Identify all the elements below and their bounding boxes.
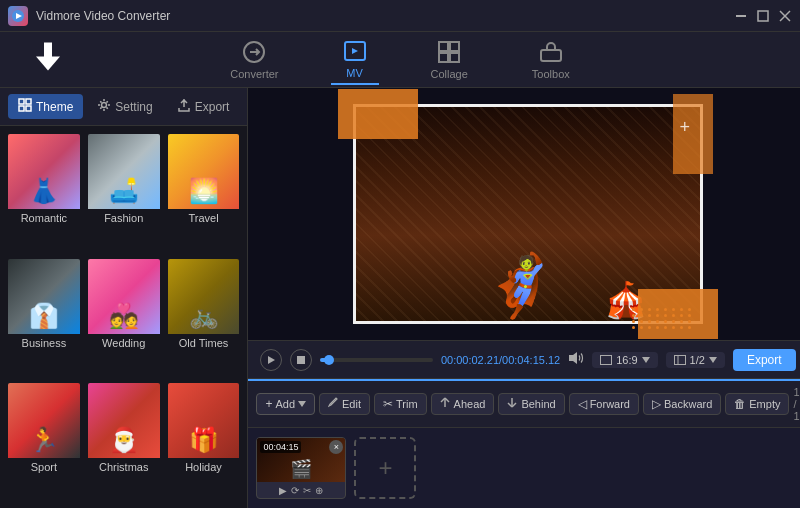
svg-rect-18: [26, 106, 31, 111]
svg-rect-3: [758, 11, 768, 21]
trim-icon: ✂: [383, 397, 393, 411]
time-display: 00:00:02.21/00:04:15.12: [441, 354, 560, 366]
empty-button[interactable]: 🗑 Empty: [725, 393, 789, 415]
theme-fashion[interactable]: 🛋️ Fashion: [86, 132, 162, 253]
ahead-button[interactable]: Ahead: [431, 393, 495, 415]
export-button[interactable]: Export: [733, 349, 796, 371]
svg-rect-15: [19, 99, 24, 104]
theme-sport[interactable]: 🏃 Sport: [6, 381, 82, 502]
volume-icon[interactable]: [568, 351, 584, 368]
progress-dot: [324, 355, 334, 365]
svg-marker-28: [298, 401, 306, 407]
svg-rect-23: [601, 355, 612, 364]
theme-oldtimes[interactable]: 🚲 Old Times: [166, 257, 242, 378]
progress-bar[interactable]: [320, 358, 433, 362]
top-nav: Converter MV Collage Toolbox: [0, 32, 800, 88]
forward-button[interactable]: ◁ Forward: [569, 393, 639, 415]
window-controls: [734, 9, 792, 23]
theme-romantic[interactable]: 👗 Romantic: [6, 132, 82, 253]
nav-mv[interactable]: MV: [331, 35, 379, 85]
svg-rect-11: [450, 42, 459, 51]
svg-rect-21: [297, 356, 305, 364]
stop-button[interactable]: [290, 349, 312, 371]
quality-selector[interactable]: 1/2: [666, 352, 725, 368]
nav-converter[interactable]: Converter: [218, 36, 290, 84]
title-bar: Vidmore Video Converter: [0, 0, 800, 32]
minimize-btn[interactable]: [734, 9, 748, 23]
timeline-clips: 🎬 00:04:15 × ▶ ⟳ ✂ ⊕ +: [248, 428, 800, 508]
svg-rect-14: [541, 50, 561, 61]
backward-icon: ▷: [652, 397, 661, 411]
clip-controls: ▶ ⟳ ✂ ⊕: [257, 482, 345, 499]
timeline-toolbar: + Add Edit ✂ Trim: [248, 379, 800, 428]
add-clip-button[interactable]: +: [354, 437, 416, 499]
theme-travel[interactable]: 🌅 Travel: [166, 132, 242, 253]
svg-rect-25: [674, 355, 685, 364]
ahead-icon: [440, 397, 451, 411]
svg-marker-27: [709, 357, 717, 363]
export-tab[interactable]: Export: [167, 94, 240, 119]
svg-marker-24: [642, 357, 650, 363]
svg-rect-10: [439, 42, 448, 51]
timeline-area: + Add Edit ✂ Trim: [248, 378, 800, 508]
edit-icon: [328, 397, 339, 411]
download-arrow: [30, 38, 66, 81]
scene-figure: 🦸: [483, 250, 558, 321]
svg-marker-22: [569, 352, 577, 364]
preview-area: 🦸 🎪 +: [248, 88, 800, 340]
clip-add-icon[interactable]: ⊕: [315, 485, 323, 496]
app-logo: [8, 6, 28, 26]
clip-item[interactable]: 🎬 00:04:15 × ▶ ⟳ ✂ ⊕: [256, 437, 346, 499]
forward-icon: ◁: [578, 397, 587, 411]
theme-christmas[interactable]: 🎅 Christmas: [86, 381, 162, 502]
sub-nav: Theme Setting Export: [0, 88, 247, 126]
behind-button[interactable]: Behind: [498, 393, 564, 415]
clip-play-icon[interactable]: ▶: [279, 485, 287, 496]
setting-tab[interactable]: Setting: [87, 94, 162, 119]
close-btn[interactable]: [778, 9, 792, 23]
empty-icon: 🗑: [734, 397, 746, 411]
setting-icon: [97, 98, 111, 115]
play-button[interactable]: [260, 349, 282, 371]
video-frame: 🦸 🎪 +: [353, 104, 703, 324]
deco-dot-grid: [632, 308, 693, 329]
svg-rect-13: [450, 53, 459, 62]
maximize-btn[interactable]: [756, 9, 770, 23]
export-icon: [177, 98, 191, 115]
left-panel: Theme Setting Export: [0, 88, 248, 508]
svg-point-19: [102, 103, 107, 108]
controls-bar: 00:00:02.21/00:04:15.12 16:9: [248, 340, 800, 378]
svg-marker-20: [268, 356, 275, 364]
add-icon: +: [265, 397, 272, 411]
nav-collage[interactable]: Collage: [419, 36, 480, 84]
add-button[interactable]: + Add: [256, 393, 315, 415]
svg-marker-7: [36, 56, 60, 70]
page-counter: 1 / 1: [793, 386, 799, 422]
theme-business[interactable]: 👔 Business: [6, 257, 82, 378]
ratio-selector[interactable]: 16:9: [592, 352, 657, 368]
main-layout: Theme Setting Export: [0, 88, 800, 508]
nav-toolbox[interactable]: Toolbox: [520, 36, 582, 84]
clip-duration: 00:04:15: [260, 441, 301, 453]
theme-holiday[interactable]: 🎁 Holiday: [166, 381, 242, 502]
right-panel: 🦸 🎪 + 00:00:02.21/00:04:15.12: [248, 88, 800, 508]
clip-rotate-icon[interactable]: ⟳: [291, 485, 299, 496]
deco-top-left: [338, 89, 418, 139]
backward-button[interactable]: ▷ Backward: [643, 393, 721, 415]
theme-wedding[interactable]: 💑 Wedding: [86, 257, 162, 378]
edit-button[interactable]: Edit: [319, 393, 370, 415]
theme-grid: 👗 Romantic 🛋️ Fashion 🌅 Travel: [0, 126, 247, 508]
svg-rect-12: [439, 53, 448, 62]
svg-rect-2: [736, 15, 746, 17]
plus-icon: +: [679, 117, 690, 138]
svg-rect-16: [26, 99, 31, 104]
theme-icon: [18, 98, 32, 115]
behind-icon: [507, 397, 518, 411]
clip-trim-icon[interactable]: ✂: [303, 485, 311, 496]
theme-tab[interactable]: Theme: [8, 94, 83, 119]
trim-button[interactable]: ✂ Trim: [374, 393, 427, 415]
app-title: Vidmore Video Converter: [36, 9, 734, 23]
svg-rect-17: [19, 106, 24, 111]
